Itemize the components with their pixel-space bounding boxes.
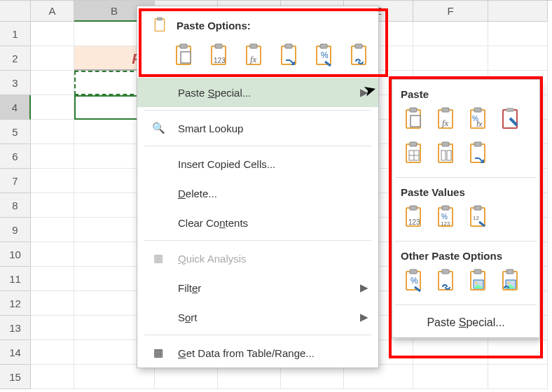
gallery-paste-formulas-icon[interactable] (433, 106, 458, 133)
gallery-other-picture-icon[interactable] (465, 267, 490, 295)
table-icon: ▦ (150, 346, 167, 359)
gallery-section-paste: Paste (394, 87, 538, 106)
menu-paste-special[interactable]: Paste Special... ▶ (137, 78, 378, 107)
row-header[interactable]: 4 (0, 95, 31, 120)
row-header[interactable]: 10 (0, 242, 31, 267)
row-header[interactable]: 11 (0, 267, 31, 291)
gallery-other-linked-picture-icon[interactable] (497, 267, 523, 295)
row-header[interactable]: 15 (0, 365, 31, 389)
row-header[interactable]: 6 (0, 144, 31, 169)
gallery-paste-no-borders-icon[interactable] (401, 140, 426, 167)
gallery-paste-all-icon[interactable] (401, 106, 426, 133)
gallery-section-values: Paste Values (394, 185, 538, 204)
gallery-values-number-format-icon[interactable] (433, 204, 458, 231)
select-all-corner[interactable] (0, 1, 31, 22)
row-header[interactable]: 5 (0, 120, 31, 144)
menu-sort[interactable]: Sort ▶ (137, 302, 378, 332)
col-header[interactable]: F (413, 1, 488, 22)
col-header[interactable]: A (31, 1, 74, 22)
gallery-other-link-icon[interactable] (433, 267, 458, 295)
menu-clear-contents[interactable]: Clear Contents (137, 208, 378, 237)
row-header[interactable]: 2 (0, 46, 31, 71)
row-header[interactable]: 1 (0, 22, 31, 46)
row-header[interactable]: 8 (0, 193, 31, 218)
row-header[interactable]: 12 (0, 291, 31, 316)
clipboard-icon (151, 16, 168, 35)
paste-special-gallery: Paste Paste Values Other Paste Options P… (392, 79, 540, 338)
row-header[interactable]: 9 (0, 218, 31, 242)
search-icon: 🔍 (150, 122, 167, 134)
col-header[interactable] (488, 1, 548, 22)
menu-smart-lookup[interactable]: 🔍 Smart Lookup (137, 113, 378, 143)
paste-option-link-icon[interactable] (346, 42, 371, 69)
gallery-values-icon[interactable] (401, 204, 426, 231)
gallery-paste-source-formatting-icon[interactable] (497, 106, 523, 133)
gallery-section-other: Other Paste Options (394, 248, 538, 267)
paste-option-formatting-icon[interactable] (311, 42, 336, 69)
chevron-right-icon: ▶ (360, 281, 368, 294)
gallery-values-source-format-icon[interactable] (465, 204, 490, 231)
gallery-paste-transpose-icon[interactable] (465, 140, 490, 167)
row-header[interactable]: 13 (0, 316, 31, 340)
quick-analysis-icon: ▦ (150, 252, 167, 265)
context-menu: Paste Options: Paste Special... ▶ 🔍 Smar… (137, 6, 379, 368)
gallery-paste-column-widths-icon[interactable] (433, 140, 458, 167)
chevron-right-icon: ▶ (360, 86, 368, 99)
menu-get-data-from-table[interactable]: ▦ Get Data from Table/Range... (137, 338, 378, 368)
gallery-other-formatting-icon[interactable] (401, 267, 426, 295)
chevron-right-icon: ▶ (360, 311, 368, 323)
paste-option-transpose-icon[interactable] (276, 42, 301, 69)
menu-filter[interactable]: Filter ▶ (137, 273, 378, 302)
menu-delete[interactable]: Delete... (137, 178, 378, 208)
menu-insert-copied-cells[interactable]: Insert Copied Cells... (137, 149, 378, 178)
menu-quick-analysis: ▦ Quick Analysis (137, 244, 378, 273)
paste-option-values-icon[interactable] (206, 42, 231, 69)
row-header[interactable]: 7 (0, 169, 31, 193)
row-header[interactable]: 14 (0, 340, 31, 365)
paste-option-all-icon[interactable] (171, 42, 196, 69)
paste-options-label: Paste Options: (177, 20, 251, 31)
gallery-paste-formulas-number-icon[interactable] (465, 106, 490, 133)
paste-option-formulas-icon[interactable] (241, 42, 266, 69)
gallery-paste-special-link[interactable]: Paste Special... (394, 312, 538, 330)
row-header[interactable]: 3 (0, 71, 31, 95)
